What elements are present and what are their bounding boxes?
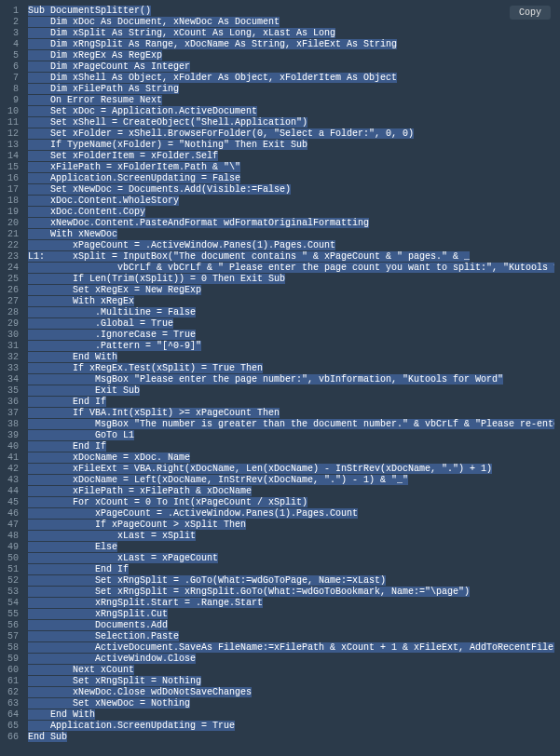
code-content: Sub DocumentSplitter() Dim xDoc As Docum… <box>26 6 554 743</box>
code-text: Set xRegEx = New RegExp <box>28 285 201 295</box>
line-number: 22 <box>6 240 19 251</box>
line-number: 14 <box>6 151 19 162</box>
code-line: With xRegEx <box>26 296 554 307</box>
code-line: On Error Resume Next <box>26 95 554 106</box>
code-text: End With <box>28 709 95 720</box>
code-line: End If <box>26 441 554 452</box>
code-text: .Pattern = "[^0-9]" <box>28 341 201 351</box>
code-text: ActiveDocument.SaveAs FileName:=xFilePat… <box>28 642 554 653</box>
code-text: xRngSplit.Start = .Range.Start <box>28 598 263 608</box>
line-number: 30 <box>6 330 19 341</box>
code-line: Dim xRegEx As RegExp <box>26 50 554 61</box>
code-line: Set xRegEx = New RegExp <box>26 285 554 296</box>
code-line: With xNewDoc <box>26 229 554 240</box>
copy-button[interactable]: Copy <box>510 6 551 20</box>
line-number: 31 <box>6 341 19 352</box>
line-number: 13 <box>6 140 19 151</box>
code-line: If xPageCount > xSplit Then <box>26 520 554 531</box>
line-number: 51 <box>6 564 19 575</box>
code-line: End With <box>26 709 554 721</box>
line-number: 56 <box>6 620 19 631</box>
code-text: xPageCount = .ActiveWindow.Panes(1).Page… <box>28 240 335 250</box>
code-line: L1: xSplit = InputBox("The document cont… <box>26 251 554 263</box>
line-number: 25 <box>6 274 19 285</box>
code-line: If Len(Trim(xSplit)) = 0 Then Exit Sub <box>26 274 554 285</box>
code-text: Sub DocumentSplitter() <box>28 6 151 16</box>
code-text: Exit Sub <box>28 385 140 396</box>
line-number: 32 <box>6 352 19 363</box>
code-text: End With <box>28 352 117 362</box>
code-line: .IgnoreCase = True <box>26 330 554 341</box>
line-number: 19 <box>6 207 19 218</box>
code-text: xFilePath = xFolderItem.Path & "\" <box>28 162 240 172</box>
code-text: On Error Resume Next <box>28 95 162 105</box>
code-text: Dim xRngSplit As Range, xDocName As Stri… <box>28 39 397 49</box>
code-line: xFilePath = xFolderItem.Path & "\" <box>26 162 554 173</box>
code-text: For xCount = 0 To Int(xPageCount / xSpli… <box>28 497 307 507</box>
code-line: Set xNewDoc = Nothing <box>26 698 554 709</box>
code-line: xLast = xPageCount <box>26 553 554 564</box>
code-block: 1234567891011121314151617181920212223242… <box>6 6 554 743</box>
line-number: 66 <box>6 732 19 743</box>
code-text: If Len(Trim(xSplit)) = 0 Then Exit Sub <box>28 274 285 284</box>
line-number: 44 <box>6 486 19 497</box>
code-line: Exit Sub <box>26 385 554 397</box>
code-line: ActiveDocument.SaveAs FileName:=xFilePat… <box>26 642 554 654</box>
code-text: Next xCount <box>28 665 134 675</box>
line-number: 41 <box>6 452 19 464</box>
line-number: 49 <box>6 542 19 553</box>
code-text: xDoc.Content.WholeStory <box>28 196 179 206</box>
line-number: 27 <box>6 296 19 307</box>
line-numbers: 1234567891011121314151617181920212223242… <box>6 6 26 743</box>
code-text: Set xFolder = xShell.BrowseForFolder(0, … <box>28 128 414 139</box>
code-line: Documents.Add <box>26 620 554 631</box>
line-number: 15 <box>6 162 19 173</box>
code-text: xNewDoc.Content.PasteAndFormat wdFormatO… <box>28 218 369 228</box>
code-text: xLast = xPageCount <box>28 553 218 563</box>
code-line: GoTo L1 <box>26 430 554 441</box>
line-number: 10 <box>6 106 19 117</box>
line-number: 12 <box>6 128 19 140</box>
code-text: Set xFolderItem = xFolder.Self <box>28 151 218 161</box>
code-text: vbCrLf & vbCrLf & " Please enter the pag… <box>28 263 554 273</box>
code-text: End If <box>28 564 129 574</box>
code-text: Dim xDoc As Document, xNewDoc As Documen… <box>28 17 280 27</box>
code-line: Set xRngSplit = xRngSplit.GoTo(What:=wdG… <box>26 587 554 598</box>
line-number: 40 <box>6 441 19 452</box>
code-line: Set xShell = CreateObject("Shell.Applica… <box>26 117 554 128</box>
code-line: Set xRngSplit = Nothing <box>26 676 554 687</box>
code-line: vbCrLf & vbCrLf & " Please enter the pag… <box>26 263 554 274</box>
line-number: 21 <box>6 229 19 240</box>
code-text: xPageCount = .ActiveWindow.Panes(1).Page… <box>28 508 358 519</box>
line-number: 37 <box>6 408 19 419</box>
code-text: Set xDoc = Application.ActiveDocument <box>28 106 257 116</box>
line-number: 1 <box>6 6 19 17</box>
code-text: L1: xSplit = InputBox("The document cont… <box>28 251 470 262</box>
code-text: With xRegEx <box>28 296 134 306</box>
code-text: Dim xFilePath As String <box>28 84 179 94</box>
code-text: If xPageCount > xSplit Then <box>28 520 246 530</box>
code-text: Dim xPageCount As Integer <box>28 61 190 72</box>
code-line: Set xFolder = xShell.BrowseForFolder(0, … <box>26 128 554 140</box>
line-number: 39 <box>6 430 19 441</box>
line-number: 43 <box>6 475 19 486</box>
line-number: 24 <box>6 263 19 274</box>
code-text: If VBA.Int(xSplit) >= xPageCount Then <box>28 408 280 418</box>
line-number: 61 <box>6 676 19 687</box>
code-line: xNewDoc.Close wdDoNotSaveChanges <box>26 687 554 698</box>
code-text: .Global = True <box>28 318 173 329</box>
line-number: 54 <box>6 598 19 609</box>
line-number: 33 <box>6 363 19 374</box>
code-line: xFilePath = xFilePath & xDocName <box>26 486 554 497</box>
line-number: 35 <box>6 385 19 397</box>
line-number: 29 <box>6 318 19 330</box>
line-number: 2 <box>6 17 19 28</box>
line-number: 34 <box>6 374 19 385</box>
line-number: 9 <box>6 95 19 106</box>
line-number: 11 <box>6 117 19 128</box>
code-text: xDocName = xDoc. Name <box>28 452 190 463</box>
code-text: GoTo L1 <box>28 430 134 440</box>
code-line: xDoc.Content.Copy <box>26 207 554 218</box>
code-text: MsgBox "Please enter the page number:", … <box>28 374 503 385</box>
line-number: 38 <box>6 419 19 430</box>
